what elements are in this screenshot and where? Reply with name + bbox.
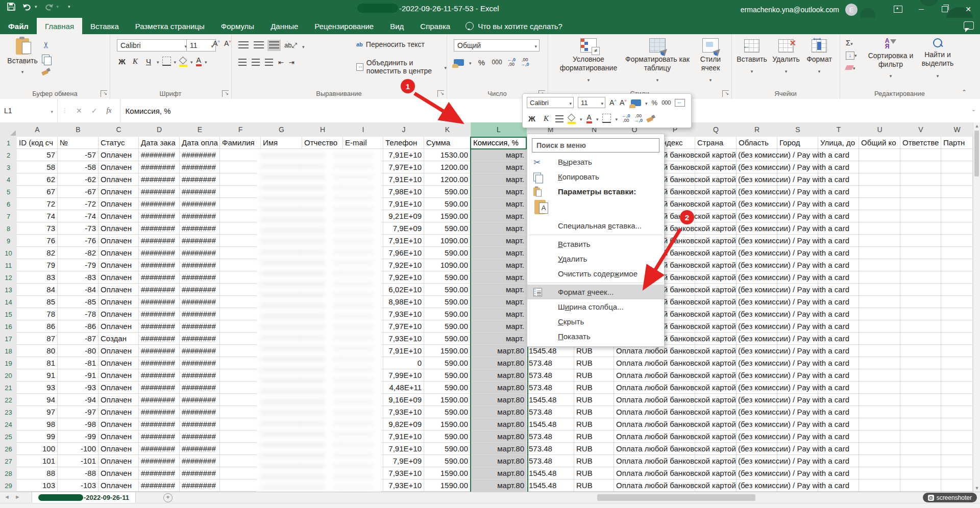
cell-D20[interactable]: ########	[139, 369, 180, 382]
delete-cells-button[interactable]: ✕ Удалить	[770, 39, 802, 76]
cell-A23[interactable]: 97	[17, 406, 58, 418]
cell-B14[interactable]: -85	[58, 296, 99, 308]
cell-L6[interactable]: март.	[471, 198, 527, 210]
align-bottom-button[interactable]	[269, 41, 279, 49]
cell-U5[interactable]	[859, 186, 900, 198]
cell-E7[interactable]: ########	[180, 210, 220, 222]
font-color-dropdown[interactable]	[205, 57, 207, 66]
cell-M29[interactable]: 1545.48	[527, 479, 574, 492]
cell-A14[interactable]: 85	[17, 296, 58, 308]
underline-dropdown[interactable]	[157, 57, 159, 66]
cell-N23[interactable]: RUB	[574, 406, 614, 418]
cell-W14[interactable]	[941, 296, 973, 308]
cell-J12[interactable]: 7,92E+10	[383, 271, 424, 284]
cell-F21[interactable]	[220, 382, 261, 394]
cell-E6[interactable]: ########	[180, 198, 220, 210]
cell-C14[interactable]: Оплачен	[99, 296, 139, 308]
cell-L19[interactable]: март.80	[471, 357, 527, 369]
cell-J25[interactable]: 7,91E+10	[383, 430, 424, 443]
cell-O28[interactable]: Оплата любой банковской картой (без коми…	[614, 467, 655, 479]
cell-W24[interactable]	[941, 418, 973, 430]
cell-E18[interactable]: ########	[180, 345, 220, 357]
conditional-formatting-button[interactable]: ≠ Условное форматирование	[558, 38, 619, 85]
cell-E10[interactable]: ########	[180, 247, 220, 259]
cell-B2[interactable]: -57	[58, 149, 99, 161]
cell-L3[interactable]: март.	[471, 161, 527, 173]
cell-B15[interactable]: -78	[58, 308, 99, 320]
cell-D26[interactable]: ########	[139, 443, 180, 455]
cell-V28[interactable]	[900, 467, 941, 479]
cell-A8[interactable]: 73	[17, 222, 58, 235]
cell-B10[interactable]: -82	[58, 247, 99, 259]
cell-F12[interactable]	[220, 271, 261, 284]
cell-K2[interactable]: 1530.00	[424, 149, 471, 161]
cell-J1[interactable]: Телефон	[383, 137, 424, 149]
cell-U28[interactable]	[859, 467, 900, 479]
cell-J18[interactable]: 7,91E+10	[383, 345, 424, 357]
cell-V6[interactable]	[900, 198, 941, 210]
cell-F8[interactable]	[220, 222, 261, 235]
cell-O25[interactable]: Оплата любой банковской картой (без коми…	[614, 430, 655, 443]
cell-F29[interactable]	[220, 479, 261, 492]
cell-W27[interactable]	[941, 455, 973, 467]
align-right-button[interactable]	[265, 59, 273, 67]
tab-help[interactable]: Справка	[412, 18, 458, 34]
cell-V27[interactable]	[900, 455, 941, 467]
select-all-corner[interactable]	[0, 122, 17, 137]
cell-D23[interactable]: ########	[139, 406, 180, 418]
row-header-10[interactable]: 10	[0, 247, 17, 260]
find-select-button[interactable]: Найти и выделить	[917, 38, 958, 81]
cell-styles-button[interactable]: Стили ячеек	[695, 38, 726, 85]
column-header-B[interactable]: B	[58, 122, 99, 137]
cell-F28[interactable]	[220, 467, 261, 479]
cell-A20[interactable]: 91	[17, 369, 58, 382]
mini-borders-icon[interactable]	[602, 114, 611, 123]
cell-A29[interactable]: 103	[17, 479, 58, 492]
cell-N28[interactable]: RUB	[574, 467, 614, 479]
grow-font-button[interactable]: A	[213, 39, 220, 47]
mini-fill-color-icon[interactable]	[568, 115, 576, 122]
cell-V11[interactable]	[900, 259, 941, 271]
cell-C13[interactable]: Оплачен	[99, 284, 139, 296]
column-header-L[interactable]: L	[471, 122, 527, 138]
italic-button[interactable]: К	[130, 56, 140, 67]
cell-A16[interactable]: 86	[17, 320, 58, 333]
cell-K20[interactable]: 590.00	[424, 369, 471, 382]
cell-C26[interactable]: Оплачен	[99, 443, 139, 455]
align-middle-button[interactable]	[254, 41, 264, 49]
cell-W17[interactable]	[941, 333, 973, 345]
cell-K15[interactable]: 590.00	[424, 308, 471, 320]
cell-D3[interactable]: ########	[139, 161, 180, 173]
column-header-D[interactable]: D	[139, 122, 180, 137]
cell-V2[interactable]	[900, 149, 941, 161]
cell-J22[interactable]: 9,16E+09	[383, 394, 424, 406]
wrap-text-button[interactable]: ab Переносить текст	[356, 40, 425, 48]
cell-F26[interactable]	[220, 443, 261, 455]
cell-W29[interactable]	[941, 479, 973, 492]
cell-L27[interactable]: март.80	[471, 455, 527, 467]
cell-E28[interactable]: ########	[180, 467, 220, 479]
cell-K1[interactable]: Сумма	[424, 137, 471, 149]
cell-D6[interactable]: ########	[139, 198, 180, 210]
cell-E19[interactable]: ########	[180, 357, 220, 369]
cell-F23[interactable]	[220, 406, 261, 418]
cell-V22[interactable]	[900, 394, 941, 406]
cell-D21[interactable]: ########	[139, 382, 180, 394]
cell-E4[interactable]: ########	[180, 173, 220, 186]
cell-N19[interactable]: RUB	[574, 357, 614, 369]
cell-W28[interactable]	[941, 467, 973, 479]
cell-V24[interactable]	[900, 418, 941, 430]
cell-B25[interactable]: -99	[58, 430, 99, 443]
cell-J17[interactable]: 7,93E+10	[383, 333, 424, 345]
mini-increase-decimal-button[interactable]: ←,0,00	[622, 114, 630, 123]
cell-E2[interactable]: ########	[180, 149, 220, 161]
cell-I1[interactable]: E-mail	[343, 137, 383, 149]
cell-K10[interactable]: 590.00	[424, 247, 471, 259]
cell-C27[interactable]: Оплачен	[99, 455, 139, 467]
cell-C1[interactable]: Статус	[99, 137, 139, 149]
alignment-dialog-launcher[interactable]: ↘	[437, 90, 444, 97]
clipboard-dialog-launcher[interactable]: ↘	[101, 90, 107, 97]
underline-button[interactable]: Ч	[143, 56, 154, 67]
cell-F13[interactable]	[220, 284, 261, 296]
tab-data[interactable]: Данные	[262, 18, 306, 34]
